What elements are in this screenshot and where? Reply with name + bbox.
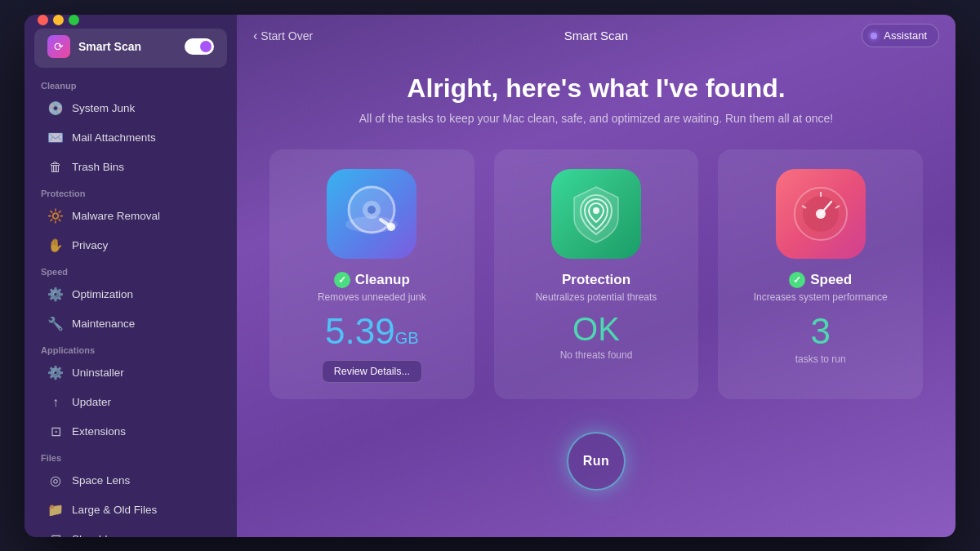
- svg-point-13: [816, 209, 826, 219]
- cleanup-value-unit: GB: [395, 329, 419, 347]
- shredder-icon: ⊟: [47, 531, 64, 537]
- speed-card-title: Speed: [810, 272, 852, 288]
- sidebar-item-uninstaller[interactable]: ⚙️ Uninstaller: [31, 359, 230, 387]
- malware-removal-label: Malware Removal: [72, 210, 160, 222]
- sidebar-titlebar: [24, 15, 237, 25]
- mail-attachments-label: Mail Attachments: [72, 131, 156, 144]
- cleanup-card: ✓ Cleanup Removes unneeded junk 5.39GB R…: [270, 149, 474, 399]
- trash-icon: 🗑: [47, 159, 64, 176]
- privacy-icon: ✋: [47, 238, 64, 254]
- sidebar-item-smart-scan[interactable]: ⟳ Smart Scan: [34, 29, 227, 68]
- sidebar-item-system-junk[interactable]: 💿 System Junk: [31, 95, 230, 122]
- minimize-button[interactable]: [53, 15, 64, 25]
- extensions-label: Extensions: [72, 425, 126, 438]
- svg-point-5: [387, 223, 395, 231]
- smart-scan-toggle[interactable]: [185, 38, 214, 55]
- uninstaller-icon: ⚙️: [47, 365, 64, 381]
- sidebar-item-optimization[interactable]: ⚙️ Optimization: [31, 281, 230, 309]
- speed-title-row: ✓ Speed: [789, 272, 852, 288]
- svg-point-3: [368, 206, 376, 214]
- cleanup-card-title: Cleanup: [355, 272, 410, 288]
- protection-card-desc: Neutralizes potential threats: [536, 291, 657, 303]
- protection-card-title: Protection: [562, 272, 630, 288]
- malware-icon: 🔆: [47, 208, 64, 224]
- subheadline: All of the tasks to keep your Mac clean,…: [359, 112, 834, 125]
- run-button[interactable]: Run: [567, 432, 626, 491]
- smart-scan-label: Smart Scan: [78, 40, 176, 53]
- main-title: Smart Scan: [564, 29, 628, 42]
- optimization-label: Optimization: [72, 288, 133, 300]
- section-label-speed: Speed: [24, 260, 237, 280]
- sidebar-item-space-lens[interactable]: ◎ Space Lens: [31, 467, 230, 495]
- sidebar: ⟳ Smart Scan Cleanup 💿 System Junk ✉️ Ma…: [24, 15, 237, 537]
- cleanup-icon-wrap: [327, 169, 416, 259]
- speed-icon-wrap: [776, 169, 866, 259]
- maintenance-icon: 🔧: [47, 316, 64, 332]
- speed-subtext: tasks to run: [795, 353, 846, 365]
- sidebar-item-mail-attachments[interactable]: ✉️ Mail Attachments: [31, 124, 230, 152]
- sidebar-item-large-old-files[interactable]: 📁 Large & Old Files: [31, 496, 230, 524]
- speed-card-desc: Increases system performance: [754, 291, 888, 303]
- speed-card-value: 3: [810, 311, 830, 352]
- section-label-files: Files: [24, 447, 237, 466]
- system-junk-icon: 💿: [47, 100, 64, 117]
- protection-fingerprint-icon: [559, 177, 633, 251]
- space-lens-label: Space Lens: [72, 474, 130, 487]
- maximize-button[interactable]: [69, 15, 79, 25]
- cleanup-value-number: 5.39: [325, 311, 395, 351]
- system-junk-label: System Junk: [72, 102, 135, 114]
- trash-bins-label: Trash Bins: [72, 161, 124, 173]
- svg-point-6: [593, 207, 599, 214]
- toggle-dot: [200, 41, 212, 52]
- sidebar-item-updater[interactable]: ↑ Updater: [31, 389, 230, 416]
- large-old-files-label: Large & Old Files: [72, 504, 157, 516]
- assistant-dot-icon: [871, 33, 877, 39]
- shredder-label: Shredder: [72, 533, 118, 537]
- assistant-button[interactable]: Assistant: [862, 24, 939, 47]
- section-label-cleanup: Cleanup: [24, 74, 237, 94]
- speed-card: ✓ Speed Increases system performance 3 t…: [718, 149, 923, 399]
- main-panel: ‹ Start Over Smart Scan Assistant Alrigh…: [237, 15, 956, 537]
- speed-check-icon: ✓: [789, 272, 805, 288]
- app-window: ⟳ Smart Scan Cleanup 💿 System Junk ✉️ Ma…: [24, 15, 956, 537]
- protection-title-row: Protection: [562, 272, 630, 288]
- close-button[interactable]: [38, 15, 48, 25]
- cleanup-card-desc: Removes unneeded junk: [318, 291, 426, 303]
- back-label: Start Over: [261, 29, 313, 42]
- protection-subtext: No threats found: [560, 349, 633, 361]
- cleanup-title-row: ✓ Cleanup: [334, 272, 410, 288]
- maintenance-label: Maintenance: [72, 318, 135, 330]
- sidebar-item-extensions[interactable]: ⊡ Extensions: [31, 418, 230, 446]
- headline: Alright, here's what I've found.: [407, 73, 785, 104]
- traffic-lights: [38, 15, 79, 25]
- cleanup-card-value: 5.39GB: [325, 311, 419, 352]
- sidebar-item-maintenance[interactable]: 🔧 Maintenance: [31, 310, 230, 338]
- privacy-label: Privacy: [72, 239, 108, 251]
- mail-icon: ✉️: [47, 130, 64, 146]
- updater-icon: ↑: [47, 394, 64, 411]
- main-content: Alright, here's what I've found. All of …: [237, 57, 956, 537]
- back-button[interactable]: ‹ Start Over: [253, 29, 313, 43]
- large-files-icon: 📁: [47, 502, 64, 518]
- speed-gauge-icon: [784, 177, 858, 251]
- cards-row: ✓ Cleanup Removes unneeded junk 5.39GB R…: [270, 149, 923, 399]
- run-button-wrap: Run: [567, 432, 626, 491]
- sidebar-item-trash-bins[interactable]: 🗑 Trash Bins: [31, 153, 230, 181]
- assistant-label: Assistant: [884, 29, 927, 42]
- optimization-icon: ⚙️: [47, 287, 64, 303]
- protection-icon-wrap: [551, 169, 641, 259]
- sidebar-item-shredder[interactable]: ⊟ Shredder: [31, 526, 230, 537]
- updater-label: Updater: [72, 396, 111, 408]
- review-details-button[interactable]: Review Details...: [322, 360, 422, 383]
- cleanup-check-icon: ✓: [334, 272, 350, 288]
- back-chevron-icon: ‹: [253, 29, 257, 43]
- smart-scan-icon: ⟳: [47, 35, 70, 58]
- sidebar-item-malware-removal[interactable]: 🔆 Malware Removal: [31, 202, 230, 230]
- main-titlebar: ‹ Start Over Smart Scan Assistant: [237, 15, 956, 57]
- sidebar-item-privacy[interactable]: ✋ Privacy: [31, 232, 230, 260]
- section-label-applications: Applications: [24, 339, 237, 358]
- protection-card: Protection Neutralizes potential threats…: [494, 149, 699, 399]
- section-label-protection: Protection: [24, 182, 237, 202]
- uninstaller-label: Uninstaller: [72, 367, 124, 379]
- space-lens-icon: ◎: [47, 473, 64, 489]
